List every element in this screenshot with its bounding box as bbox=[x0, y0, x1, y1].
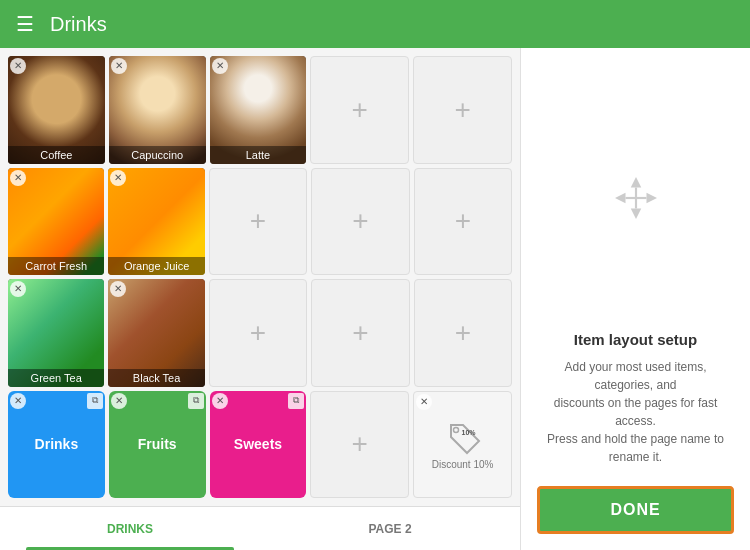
discount-label: Discount 10% bbox=[432, 459, 494, 470]
plus-icon: + bbox=[250, 317, 266, 349]
svg-marker-4 bbox=[646, 192, 657, 203]
svg-marker-3 bbox=[615, 192, 626, 203]
close-cappuccino[interactable]: ✕ bbox=[111, 58, 127, 74]
empty-cell-2-4[interactable]: + bbox=[311, 168, 409, 276]
done-button[interactable]: DONE bbox=[537, 486, 734, 534]
bottom-tabs: DRINKS PAGE 2 bbox=[0, 506, 520, 550]
category-sweets[interactable]: ✕ ⧉ Sweets bbox=[210, 391, 307, 499]
plus-icon: + bbox=[352, 428, 368, 460]
grid-row-2: ✕ Carrot Fresh ✕ Orange Juice + + + bbox=[8, 168, 512, 276]
close-coffee[interactable]: ✕ bbox=[10, 58, 26, 74]
close-sweets-cat[interactable]: ✕ bbox=[212, 393, 228, 409]
grid-area: ✕ Coffee ✕ Capuccino ✕ Latte + + bbox=[0, 48, 520, 506]
discount-tag-icon: 10% bbox=[445, 419, 481, 455]
label-green-tea: Green Tea bbox=[8, 369, 104, 387]
close-latte[interactable]: ✕ bbox=[212, 58, 228, 74]
label-orange-juice: Orange Juice bbox=[108, 257, 204, 275]
item-green-tea[interactable]: ✕ Green Tea bbox=[8, 279, 104, 387]
category-drinks[interactable]: ✕ ⧉ Drinks bbox=[8, 391, 105, 499]
label-carrot-fresh: Carrot Fresh bbox=[8, 257, 104, 275]
empty-cell-1-5[interactable]: + bbox=[413, 56, 512, 164]
item-latte[interactable]: ✕ Latte bbox=[210, 56, 307, 164]
grid-row-1: ✕ Coffee ✕ Capuccino ✕ Latte + + bbox=[8, 56, 512, 164]
close-carrot[interactable]: ✕ bbox=[10, 170, 26, 186]
discount-cell[interactable]: ✕ 10% Discount 10% bbox=[413, 391, 512, 499]
plus-icon: + bbox=[352, 205, 368, 237]
empty-cell-3-3[interactable]: + bbox=[209, 279, 307, 387]
copy-fruits-icon[interactable]: ⧉ bbox=[188, 393, 204, 409]
item-black-tea[interactable]: ✕ Black Tea bbox=[108, 279, 204, 387]
close-fruits-cat[interactable]: ✕ bbox=[111, 393, 127, 409]
label-latte: Latte bbox=[210, 146, 307, 164]
left-panel: ✕ Coffee ✕ Capuccino ✕ Latte + + bbox=[0, 48, 520, 550]
empty-cell-3-4[interactable]: + bbox=[311, 279, 409, 387]
copy-sweets-icon[interactable]: ⧉ bbox=[288, 393, 304, 409]
cat-label-sweets: Sweets bbox=[210, 436, 307, 452]
main-layout: ✕ Coffee ✕ Capuccino ✕ Latte + + bbox=[0, 48, 750, 550]
empty-cell-2-5[interactable]: + bbox=[414, 168, 512, 276]
cat-label-fruits: Fruits bbox=[109, 436, 206, 452]
copy-drinks-icon[interactable]: ⧉ bbox=[87, 393, 103, 409]
move-arrows-icon bbox=[608, 170, 664, 230]
close-discount[interactable]: ✕ bbox=[416, 394, 432, 410]
label-coffee: Coffee bbox=[8, 146, 105, 164]
item-orange-juice[interactable]: ✕ Orange Juice bbox=[108, 168, 204, 276]
grid-row-3: ✕ Green Tea ✕ Black Tea + + + bbox=[8, 279, 512, 387]
category-fruits[interactable]: ✕ ⧉ Fruits bbox=[109, 391, 206, 499]
plus-icon: + bbox=[250, 205, 266, 237]
plus-icon: + bbox=[352, 317, 368, 349]
setup-title: Item layout setup bbox=[537, 331, 734, 348]
plus-icon: + bbox=[352, 94, 368, 126]
item-cappuccino[interactable]: ✕ Capuccino bbox=[109, 56, 206, 164]
empty-cell-4-4[interactable]: + bbox=[310, 391, 409, 499]
tab-page2[interactable]: PAGE 2 bbox=[260, 507, 520, 550]
right-panel: Item layout setup Add your most used ite… bbox=[520, 48, 750, 550]
menu-icon[interactable]: ☰ bbox=[16, 12, 34, 36]
tab-drinks[interactable]: DRINKS bbox=[0, 507, 260, 550]
setup-info: Item layout setup Add your most used ite… bbox=[537, 331, 734, 466]
label-black-tea: Black Tea bbox=[108, 369, 204, 387]
empty-cell-1-4[interactable]: + bbox=[310, 56, 409, 164]
app-header: ☰ Drinks bbox=[0, 0, 750, 48]
setup-desc-line2: discounts on the pages for fast access. bbox=[554, 396, 717, 428]
setup-description: Add your most used items, categories, an… bbox=[537, 358, 734, 466]
plus-icon: + bbox=[454, 94, 470, 126]
empty-cell-3-5[interactable]: + bbox=[414, 279, 512, 387]
grid-row-4: ✕ ⧉ Drinks ✕ ⧉ Fruits ✕ ⧉ Sweets + bbox=[8, 391, 512, 499]
discount-pct-label: 10% bbox=[462, 429, 476, 436]
svg-point-0 bbox=[453, 427, 458, 432]
move-arrows-container bbox=[608, 68, 664, 331]
header-title: Drinks bbox=[50, 13, 107, 36]
svg-marker-2 bbox=[630, 208, 641, 219]
cat-label-drinks: Drinks bbox=[8, 436, 105, 452]
svg-marker-1 bbox=[630, 177, 641, 188]
label-cappuccino: Capuccino bbox=[109, 146, 206, 164]
close-green-tea[interactable]: ✕ bbox=[10, 281, 26, 297]
item-carrot-fresh[interactable]: ✕ Carrot Fresh bbox=[8, 168, 104, 276]
setup-desc-line3: Press and hold the page name to rename i… bbox=[547, 432, 724, 464]
setup-desc-line1: Add your most used items, categories, an… bbox=[564, 360, 706, 392]
empty-cell-2-3[interactable]: + bbox=[209, 168, 307, 276]
plus-icon: + bbox=[455, 205, 471, 237]
close-drinks-cat[interactable]: ✕ bbox=[10, 393, 26, 409]
item-coffee[interactable]: ✕ Coffee bbox=[8, 56, 105, 164]
close-orange-juice[interactable]: ✕ bbox=[110, 170, 126, 186]
plus-icon: + bbox=[455, 317, 471, 349]
